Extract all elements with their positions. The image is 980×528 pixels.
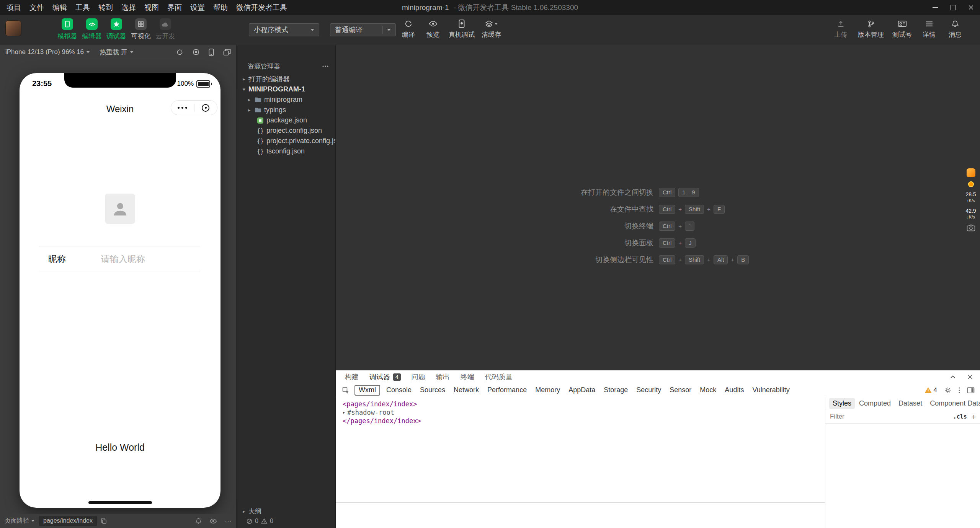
panel-tab-debugger[interactable]: 调试器 4 (369, 372, 401, 381)
close-button[interactable] (962, 0, 980, 15)
panel-tab-output[interactable]: 输出 (436, 372, 450, 381)
menu-item-file[interactable]: 文件 (25, 0, 48, 15)
clear-cache-button[interactable]: 清缓存 (482, 19, 501, 39)
explorer-more-button[interactable] (322, 65, 328, 67)
version-manage-button[interactable]: 版本管理 (858, 19, 884, 39)
mode-button-visualization[interactable]: 可视化 (129, 18, 152, 41)
tab-memory[interactable]: Memory (531, 386, 564, 394)
menu-item-interface[interactable]: 界面 (163, 0, 186, 15)
explorer-project-root[interactable]: ▾ MINIPROGRAM-1 (237, 84, 335, 95)
details-button[interactable]: 详情 (920, 19, 938, 39)
system-dot-icon[interactable] (968, 181, 974, 187)
tab-storage[interactable]: Storage (599, 386, 632, 394)
problems-status[interactable]: 0 0 (237, 517, 273, 526)
dock-side-button[interactable] (967, 387, 975, 394)
avatar-upload-button[interactable] (105, 194, 135, 224)
restart-icon (176, 49, 183, 56)
maximize-button[interactable] (944, 0, 962, 15)
message-button[interactable]: 消息 (946, 19, 964, 39)
menu-item-devtools[interactable]: 微信开发者工具 (232, 0, 291, 15)
new-style-rule-button[interactable]: + (972, 413, 976, 421)
tree-file-package-json[interactable]: package.json (237, 115, 335, 125)
compile-mode-select[interactable]: 普通编译 (330, 23, 396, 36)
styles-filter-input[interactable] (829, 412, 950, 421)
menu-item-goto[interactable]: 转到 (94, 0, 117, 15)
menu-item-help[interactable]: 帮助 (209, 0, 232, 15)
system-app-icon[interactable] (967, 168, 975, 177)
tree-folder-typings[interactable]: ▸ typings (237, 105, 335, 115)
menu-item-project[interactable]: 项目 (2, 0, 25, 15)
capsule-exit-button[interactable] (194, 104, 217, 112)
user-avatar[interactable] (5, 20, 21, 36)
mode-button-simulator[interactable]: 模拟器 (56, 18, 79, 41)
collapse-panel-button[interactable] (949, 373, 956, 380)
menu-item-tools[interactable]: 工具 (71, 0, 94, 15)
inspect-element-button[interactable] (342, 386, 350, 394)
tab-console[interactable]: Console (382, 386, 416, 394)
tab-dataset[interactable]: Dataset (895, 398, 926, 409)
tree-file-tsconfig[interactable]: {} tsconfig.json (237, 146, 335, 156)
tree-folder-miniprogram[interactable]: ▸ miniprogram (237, 95, 335, 105)
screenshot-button[interactable] (967, 224, 975, 231)
panel-tab-terminal[interactable]: 终端 (461, 372, 474, 381)
panel-tab-build[interactable]: 构建 (345, 372, 359, 381)
record-button[interactable] (193, 49, 199, 55)
tab-styles[interactable]: Styles (829, 398, 855, 409)
preview-button[interactable]: 预览 (424, 19, 442, 39)
tab-component-data[interactable]: Component Data (926, 398, 980, 409)
remote-debug-button[interactable]: 真机调试 (449, 19, 475, 39)
upload-button[interactable]: 上传 (832, 19, 849, 39)
element-open-tag[interactable]: <pages/index/index> (343, 400, 825, 408)
mode-button-editor[interactable]: </> 编辑器 (80, 18, 103, 41)
plus-separator: + (678, 240, 682, 246)
caret-down-icon (130, 51, 133, 53)
visibility-button[interactable] (209, 518, 217, 524)
capsule-more-button[interactable] (171, 107, 194, 109)
page-path-value[interactable]: pages/index/index (39, 516, 97, 526)
page-path-select[interactable]: 页面路径 (5, 517, 34, 525)
tab-performance[interactable]: Performance (483, 386, 531, 394)
shadow-root-node[interactable]: ▸ #shadow-root (343, 408, 825, 417)
tab-security[interactable]: Security (632, 386, 665, 394)
tree-file-project-config[interactable]: {} project.config.json (237, 125, 335, 136)
devtools-menu-button[interactable] (959, 387, 960, 393)
mode-button-debugger[interactable]: 调试器 (105, 18, 128, 41)
restart-button[interactable] (176, 49, 183, 56)
compile-button[interactable]: 编译 (400, 19, 417, 39)
close-panel-button[interactable] (967, 374, 973, 380)
device-select[interactable]: iPhone 12/13 (Pro) 96% 16 (5, 48, 90, 56)
tab-network[interactable]: Network (449, 386, 483, 394)
test-account-button[interactable]: 测试号 (892, 19, 912, 39)
hot-reload-toggle[interactable]: 热重载 开 (100, 48, 133, 57)
cloud-icon (160, 18, 171, 30)
nickname-input[interactable]: 请输入昵称 (101, 253, 145, 265)
panel-tab-problems[interactable]: 问题 (412, 372, 425, 381)
menu-item-settings[interactable]: 设置 (186, 0, 209, 15)
device-frame-button[interactable] (209, 49, 214, 56)
panel-tab-code-quality[interactable]: 代码质量 (485, 372, 513, 381)
tab-vulnerability[interactable]: Vulnerability (748, 386, 794, 394)
outline-section[interactable]: ▸ 大纲 (237, 506, 335, 517)
tab-sources[interactable]: Sources (416, 386, 449, 394)
tree-file-project-private-config[interactable]: {} project.private.config.js… (237, 136, 335, 146)
more-options-button[interactable]: ⋯ (225, 519, 232, 523)
tab-mock[interactable]: Mock (696, 386, 720, 394)
tab-computed[interactable]: Computed (856, 398, 894, 409)
tab-audits[interactable]: Audits (720, 386, 748, 394)
copy-path-button[interactable] (101, 518, 107, 524)
warning-counter[interactable]: 4 (924, 386, 937, 394)
explorer-section-open-editors[interactable]: ▸ 打开的编辑器 (237, 74, 335, 84)
detach-window-button[interactable] (223, 49, 231, 56)
vconsole-button[interactable] (195, 518, 202, 525)
tab-wxml[interactable]: Wxml (354, 385, 380, 396)
tab-appdata[interactable]: AppData (564, 386, 599, 394)
devtools-settings-button[interactable] (944, 386, 952, 394)
menu-item-select[interactable]: 选择 (117, 0, 140, 15)
element-close-tag[interactable]: </pages/index/index> (343, 417, 825, 425)
tab-sensor[interactable]: Sensor (665, 386, 696, 394)
minimize-button[interactable] (926, 0, 944, 15)
toggle-class-button[interactable]: .cls (953, 413, 967, 420)
menu-item-edit[interactable]: 编辑 (48, 0, 71, 15)
menu-item-view[interactable]: 视图 (140, 0, 163, 15)
appmode-select[interactable]: 小程序模式 (249, 23, 319, 36)
